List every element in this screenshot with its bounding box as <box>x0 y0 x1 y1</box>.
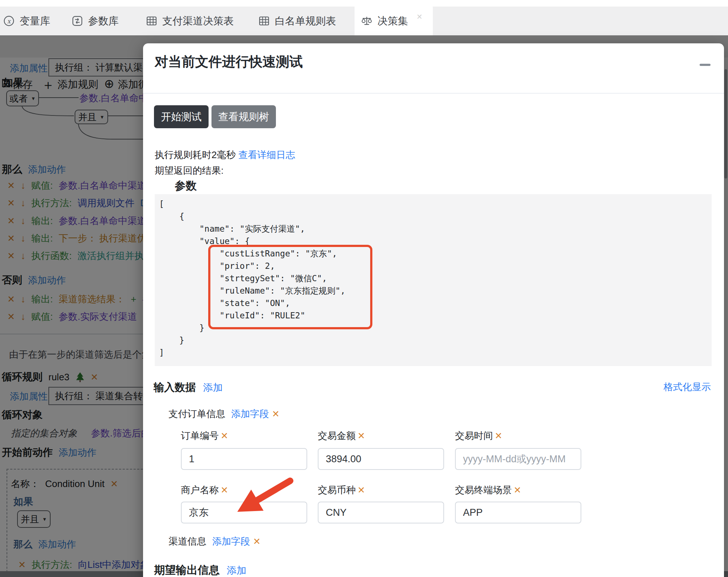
tab-payment-decision-table[interactable]: 支付渠道决策表 <box>146 7 234 35</box>
delete-icon[interactable]: ✕ <box>221 485 228 495</box>
field-label-text: 交易金额 <box>318 429 356 442</box>
code-line: [ <box>159 198 712 210</box>
tab-variable-library[interactable]: x 变量库 <box>3 7 50 35</box>
field-label-text: 交易终端场景 <box>455 484 512 496</box>
group-title: 渠道信息 <box>169 535 206 548</box>
elapsed-text: 执行规则耗时2毫秒 <box>155 149 236 160</box>
code-line: { <box>159 210 712 223</box>
delete-icon[interactable]: ✕ <box>253 536 261 547</box>
view-log-link[interactable]: 查看详细日志 <box>238 149 295 160</box>
add-field-link[interactable]: 添加字段 <box>231 408 269 420</box>
field-label: 交易金额 ✕ <box>318 429 365 442</box>
quick-test-dialog: 对当前文件进行快速测试 开始测试 查看规则树 执行规则耗时2毫秒 查看详细日志 … <box>143 43 724 577</box>
merchant-name-input[interactable] <box>181 502 307 523</box>
start-test-button[interactable]: 开始测试 <box>154 105 209 128</box>
field-label: 交易终端场景 ✕ <box>455 484 521 496</box>
channel-info-group-header: 渠道信息 添加字段 ✕ <box>169 535 261 548</box>
elapsed-time-row: 执行规则耗时2毫秒 查看详细日志 <box>155 149 295 161</box>
input-data-title: 输入数据 <box>154 380 196 395</box>
currency-input[interactable] <box>318 502 444 523</box>
field-label: 交易币种 ✕ <box>318 484 365 496</box>
field-label-text: 商户名称 <box>181 484 219 496</box>
delete-icon[interactable]: ✕ <box>495 431 502 441</box>
view-rule-tree-button[interactable]: 查看规则树 <box>211 105 276 128</box>
delete-icon[interactable]: ✕ <box>221 431 228 441</box>
tab-label: 参数库 <box>88 14 119 28</box>
field-label-text: 订单编号 <box>181 429 219 442</box>
expected-result-label: 期望返回的结果: <box>155 164 223 177</box>
delete-icon[interactable]: ✕ <box>357 431 365 441</box>
close-icon[interactable]: ✕ <box>416 12 423 21</box>
terminal-scene-input[interactable] <box>455 502 581 523</box>
tab-label: 变量库 <box>20 14 50 28</box>
order-id-input[interactable] <box>181 448 307 470</box>
tab-label: 支付渠道决策表 <box>162 14 234 28</box>
dialog-title: 对当前文件进行快速测试 <box>155 53 303 71</box>
add-output-link[interactable]: 添加 <box>227 564 246 577</box>
field-label: 订单编号 ✕ <box>181 429 228 442</box>
delete-icon[interactable]: ✕ <box>272 409 280 419</box>
dialog-header-divider <box>143 93 724 94</box>
scales-icon <box>361 15 373 27</box>
table-icon <box>258 15 270 27</box>
group-title: 支付订单信息 <box>169 408 225 420</box>
table-icon <box>146 15 158 27</box>
order-info-group-header: 支付订单信息 添加字段 ✕ <box>169 408 280 420</box>
tab-whitelist-rule-table[interactable]: 白名单规则表 <box>258 7 336 35</box>
field-label: 交易时间 ✕ <box>455 429 502 442</box>
code-line: "name": "实际支付渠道", <box>159 223 712 235</box>
add-input-link[interactable]: 添加 <box>203 381 223 394</box>
delete-icon[interactable]: ✕ <box>357 485 365 495</box>
tab-label: 决策集 <box>377 14 408 28</box>
param-title: 参数 <box>175 178 197 193</box>
field-label-text: 交易时间 <box>455 429 493 442</box>
svg-text:x: x <box>7 18 11 25</box>
delete-icon[interactable]: ✕ <box>514 485 521 495</box>
code-line: } <box>159 334 712 346</box>
tab-parameter-library[interactable]: 参数库 <box>71 7 119 35</box>
minimize-icon[interactable] <box>700 64 711 66</box>
highlight-annotation-box <box>208 245 372 329</box>
input-data-header: 输入数据 添加 <box>154 380 223 395</box>
expected-output-title: 期望输出信息 <box>154 563 219 577</box>
field-label-text: 交易币种 <box>318 484 356 496</box>
file-tab-bar: x 变量库 参数库 支付渠道决策表 <box>0 7 728 35</box>
tab-decision-set-active[interactable]: 决策集 ✕ <box>355 7 433 35</box>
amount-input[interactable] <box>318 448 444 470</box>
variable-icon: x <box>3 15 15 27</box>
code-line: ] <box>159 346 712 359</box>
tab-label: 白名单规则表 <box>275 14 336 28</box>
expected-output-header: 期望输出信息 添加 <box>154 563 246 577</box>
field-label: 商户名称 ✕ <box>181 484 228 496</box>
add-field-link[interactable]: 添加字段 <box>212 535 250 548</box>
app-screen: x 变量库 参数库 支付渠道决策表 <box>0 0 728 577</box>
format-display-link[interactable]: 格式化显示 <box>664 381 711 393</box>
swap-icon <box>71 15 83 27</box>
trade-time-input[interactable] <box>455 448 581 470</box>
